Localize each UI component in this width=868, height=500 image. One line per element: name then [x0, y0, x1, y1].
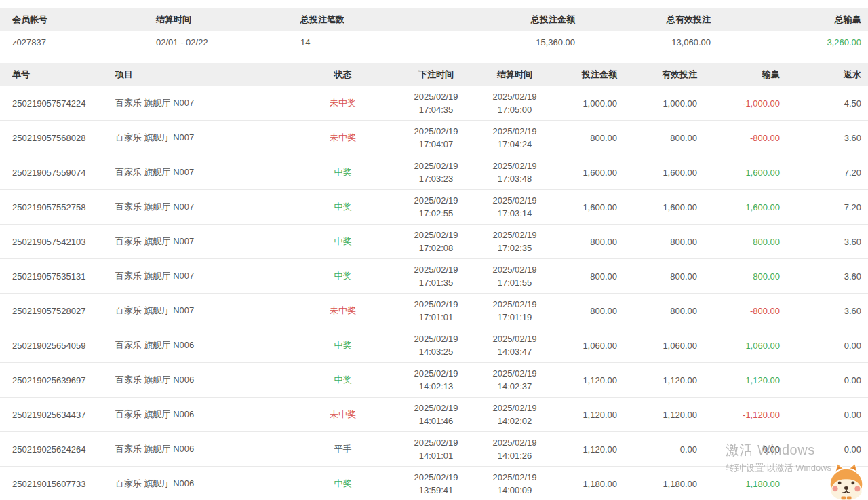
valid-bet: 1,120.00	[617, 363, 697, 397]
settle-time-line: 17:05:00	[498, 103, 532, 116]
summary-total-amount: 15,360.00	[445, 31, 575, 54]
order-number: 250219057568028	[12, 121, 115, 155]
winloss-value: -1,120.00	[697, 398, 780, 431]
bet-date-line: 2025/02/19	[414, 229, 458, 242]
settle-date-line: 2025/02/19	[492, 159, 536, 172]
table-row[interactable]: 250219025634437 百家乐 旗舰厅 N006 未中奖 2025/02…	[0, 398, 868, 432]
bet-amount: 1,000.00	[553, 86, 617, 120]
bet-date-line: 2025/02/19	[414, 125, 458, 138]
settle-date-line: 2025/02/19	[492, 194, 536, 207]
order-number: 250219057535131	[12, 259, 115, 293]
rebate-value: 0.00	[780, 363, 861, 397]
header-bet-amount: 投注金额	[553, 63, 617, 86]
valid-bet: 800.00	[617, 294, 697, 328]
settle-time-line: 14:02:02	[498, 415, 532, 427]
game-item: 百家乐 旗舰厅 N006	[115, 328, 290, 362]
settle-time-line: 17:02:35	[498, 242, 532, 254]
settle-time: 2025/02/19 14:03:47	[477, 328, 553, 362]
bet-time: 2025/02/19 17:01:35	[395, 259, 477, 293]
table-row[interactable]: 250219057542103 百家乐 旗舰厅 N007 中奖 2025/02/…	[0, 225, 868, 259]
settle-date-line: 2025/02/19	[492, 90, 536, 103]
valid-bet: 1,600.00	[617, 155, 697, 189]
bet-date-line: 2025/02/19	[414, 194, 458, 207]
order-number: 250219025624264	[12, 432, 115, 466]
summary-header-period: 结算时间	[156, 8, 300, 31]
order-number: 250219015607733	[12, 467, 115, 500]
settle-time: 2025/02/19 17:01:55	[477, 259, 553, 293]
summary-account: z027837	[12, 31, 156, 54]
game-item: 百家乐 旗舰厅 N007	[115, 294, 290, 328]
bet-time-line: 17:01:35	[419, 276, 454, 289]
table-row[interactable]: 250219057528027 百家乐 旗舰厅 N007 未中奖 2025/02…	[0, 294, 868, 328]
settle-time: 2025/02/19 17:02:35	[477, 225, 553, 258]
status-badge: 中奖	[290, 225, 395, 258]
summary-table: 会员帐号 结算时间 总投注笔数 总投注金额 总有效投注 总输赢 z027837 …	[0, 8, 868, 54]
table-row[interactable]: 250219015607733 百家乐 旗舰厅 N006 中奖 2025/02/…	[0, 467, 868, 500]
header-status: 状态	[290, 63, 395, 86]
settle-date-line: 2025/02/19	[492, 125, 536, 138]
order-number: 250219057528027	[12, 294, 115, 328]
rebate-value: 4.50	[780, 86, 861, 120]
winloss-value: -1,000.00	[697, 86, 780, 120]
valid-bet: 1,600.00	[617, 190, 697, 224]
bet-date-line: 2025/02/19	[414, 367, 458, 380]
bet-time-line: 17:04:07	[419, 138, 454, 151]
bet-amount: 1,120.00	[553, 363, 617, 397]
rebate-value: 7.20	[780, 190, 861, 224]
rebate-value: 7.20	[780, 155, 861, 189]
summary-data-row: z027837 02/01 - 02/22 14 15,360.00 13,06…	[0, 31, 868, 54]
game-item: 百家乐 旗舰厅 N006	[115, 398, 290, 431]
records-rows: 250219057574224 百家乐 旗舰厅 N007 未中奖 2025/02…	[0, 86, 868, 500]
order-number: 250219057574224	[12, 86, 115, 120]
bet-amount: 1,600.00	[553, 155, 617, 189]
bet-date-line: 2025/02/19	[414, 436, 458, 449]
winloss-value: 1,180.00	[697, 467, 780, 500]
status-badge: 中奖	[290, 190, 395, 224]
bet-time: 2025/02/19 17:01:01	[395, 294, 477, 328]
bet-time-line: 14:01:46	[419, 415, 454, 427]
summary-total-winloss: 3,260.00	[711, 31, 861, 54]
status-badge: 未中奖	[290, 121, 395, 155]
settle-time: 2025/02/19 14:02:37	[477, 363, 553, 397]
summary-period: 02/01 - 02/22	[156, 31, 300, 54]
header-valid-bet: 有效投注	[617, 63, 697, 86]
bet-date-line: 2025/02/19	[414, 298, 458, 311]
status-badge: 未中奖	[290, 86, 395, 120]
status-badge: 未中奖	[290, 398, 395, 431]
rebate-value: 3.60	[780, 225, 861, 258]
bet-time: 2025/02/19 14:01:01	[395, 432, 477, 466]
settle-time: 2025/02/19 17:03:48	[477, 155, 553, 189]
table-row[interactable]: 250219057568028 百家乐 旗舰厅 N007 未中奖 2025/02…	[0, 121, 868, 155]
status-badge: 未中奖	[290, 294, 395, 328]
table-row[interactable]: 250219057559074 百家乐 旗舰厅 N007 中奖 2025/02/…	[0, 155, 868, 190]
rebate-value: 0.00	[780, 328, 861, 362]
status-badge: 中奖	[290, 328, 395, 362]
bet-amount: 1,180.00	[553, 467, 617, 500]
settle-time: 2025/02/19 17:05:00	[477, 86, 553, 120]
summary-header-total-winloss: 总输赢	[711, 8, 861, 31]
bet-amount: 800.00	[553, 121, 617, 155]
rebate-value: 0.00	[780, 398, 861, 431]
table-row[interactable]: 250219057574224 百家乐 旗舰厅 N007 未中奖 2025/02…	[0, 86, 868, 121]
bet-time: 2025/02/19 14:03:25	[395, 328, 477, 362]
header-settle-time: 结算时间	[477, 63, 553, 86]
settle-time-line: 17:01:55	[498, 276, 532, 289]
bet-time-line: 17:02:08	[419, 242, 454, 254]
settle-time-line: 14:01:26	[498, 449, 532, 462]
table-row[interactable]: 250219025624264 百家乐 旗舰厅 N006 平手 2025/02/…	[0, 432, 868, 467]
bet-time-line: 17:02:55	[419, 207, 454, 220]
settle-date-line: 2025/02/19	[492, 229, 536, 242]
betting-records-page: 会员帐号 结算时间 总投注笔数 总投注金额 总有效投注 总输赢 z027837 …	[0, 0, 868, 500]
table-row[interactable]: 250219057535131 百家乐 旗舰厅 N007 中奖 2025/02/…	[0, 259, 868, 294]
settle-time: 2025/02/19 14:02:02	[477, 398, 553, 431]
rebate-value: 0.00	[780, 467, 861, 500]
table-row[interactable]: 250219025639697 百家乐 旗舰厅 N006 中奖 2025/02/…	[0, 363, 868, 398]
game-item: 百家乐 旗舰厅 N007	[115, 259, 290, 293]
settle-date-line: 2025/02/19	[492, 332, 536, 345]
bet-time: 2025/02/19 17:04:07	[395, 121, 477, 155]
summary-header-account: 会员帐号	[12, 8, 156, 31]
table-row[interactable]: 250219057552758 百家乐 旗舰厅 N007 中奖 2025/02/…	[0, 190, 868, 225]
rebate-value: 0.00	[780, 432, 861, 466]
rebate-value: 3.60	[780, 294, 861, 328]
table-row[interactable]: 250219025654059 百家乐 旗舰厅 N006 中奖 2025/02/…	[0, 328, 868, 363]
